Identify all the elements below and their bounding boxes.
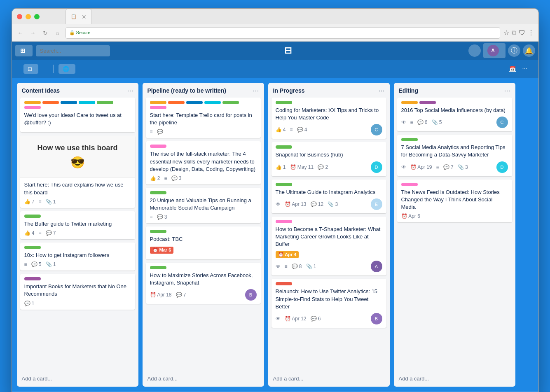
card-labels (276, 145, 382, 149)
list-menu-button-editing[interactable]: ··· (504, 87, 510, 94)
calendar-button[interactable]: 📅 (509, 66, 518, 72)
boards-icon: ⊞ (20, 47, 25, 54)
card-tweet-us[interactable]: We'd love your ideas! Care to tweet us a… (20, 98, 135, 132)
buffer-button[interactable]: ⊡ (23, 64, 38, 74)
add-button[interactable] (468, 44, 481, 57)
list-menu-button-in-progress[interactable]: ··· (378, 87, 384, 94)
card-preview-image: How we use this board😎 (20, 135, 135, 178)
shield-icon[interactable]: 🛡 (519, 29, 525, 37)
add-card-button-pipeline[interactable]: Add a card... (146, 374, 261, 383)
list-cards-content-ideas: We'd love your ideas! Care to tweet us a… (17, 98, 138, 371)
notifications-button[interactable]: 🔔 (523, 44, 535, 57)
add-card-button-in-progress[interactable]: Add a card... (271, 374, 386, 383)
browser-tab[interactable]: 📋 ✕ (66, 9, 92, 24)
meta-item-👍: 👍 2 (150, 175, 160, 181)
public-button[interactable]: 🌐 (59, 64, 75, 74)
label-blue (61, 101, 77, 104)
card-labels (24, 101, 131, 109)
card-how-we-use[interactable]: How we use this board😎Start here: This c… (20, 135, 135, 208)
star-button[interactable] (43, 67, 48, 70)
list-menu-button-pipeline[interactable]: ··· (253, 87, 259, 94)
card-twitter-analytics-relaunch[interactable]: Relaunch: How to Use Twitter Analytics: … (271, 279, 386, 328)
label-green (222, 101, 239, 104)
layers-icon[interactable]: ⧉ (512, 29, 516, 37)
label-pink (276, 220, 292, 223)
list-cards-pipeline: Start here: Template Trello card for pos… (143, 98, 264, 371)
buffer-icon: ⊡ (28, 66, 32, 72)
card-title: Podcast: TBC (150, 236, 257, 243)
card-labels (150, 145, 257, 148)
user-menu-button[interactable]: A (483, 43, 506, 58)
card-labels (276, 101, 382, 104)
card-maximize-stories[interactable]: How to Maximize Stories Across Facebook,… (146, 263, 261, 304)
card-description: Start here: This card explains how we us… (24, 181, 131, 196)
meta-item-📎: 📎 1 (46, 261, 56, 267)
maximize-window-button[interactable] (34, 14, 40, 19)
forward-button[interactable]: → (28, 28, 37, 37)
meta-item-👁: 👁 (276, 316, 281, 322)
add-card-button-editing[interactable]: Add a card... (397, 374, 512, 383)
meta-item-⏰: ⏰ Apr 13 (285, 201, 307, 207)
info-button[interactable]: ⓘ (508, 44, 520, 57)
browser-action-icons: ☆ ⧉ 🛡 ⋮ (503, 29, 534, 37)
card-important-books[interactable]: Important Books for Marketers that No On… (20, 274, 135, 309)
add-card-button-content-ideas[interactable]: Add a card... (20, 374, 135, 383)
meta-item-👍: 👍 1 (276, 164, 286, 170)
label-pink (150, 145, 166, 148)
list-title-pipeline: Pipeline (ready to be written) (147, 87, 226, 94)
card-instagram-followers[interactable]: 10x: How to get Instagram followers≡💬 5📎… (20, 243, 135, 271)
meta-item-≡: ≡ (150, 129, 153, 135)
list-content-ideas: Content Ideas···We'd love your ideas! Ca… (17, 83, 138, 387)
card-t-shaped-marketer[interactable]: How to Become a T-Shaped Marketer: What … (271, 217, 386, 276)
bookmark-icon[interactable]: ☆ (503, 29, 509, 37)
home-button[interactable]: ⌂ (53, 28, 62, 37)
close-window-button[interactable] (17, 14, 22, 19)
card-instagram-analytics[interactable]: The Ultimate Guide to Instagram Analytic… (271, 180, 386, 213)
card-title: 10x: How to get Instagram followers (24, 252, 131, 259)
meta-item-≡: ≡ (410, 119, 413, 125)
list-menu-button-content-ideas[interactable]: ··· (127, 87, 133, 94)
card-meta: ≡💬 (150, 129, 257, 135)
meta-item-📎: 📎 1 (306, 264, 316, 269)
label-green (24, 215, 41, 218)
card-template-card[interactable]: Start here: Template Trello card for pos… (146, 98, 261, 138)
list-footer-editing: Add a card... (394, 371, 515, 387)
info-icon: ⓘ (511, 47, 517, 55)
minimize-window-button[interactable] (26, 14, 31, 19)
secure-badge: 🔒 Secure (69, 30, 91, 35)
back-button[interactable]: ← (16, 28, 25, 37)
boards-button[interactable]: ⊞ (15, 45, 33, 56)
label-orange (42, 101, 59, 104)
label-purple (419, 101, 436, 104)
card-coding-marketers[interactable]: Coding for Marketers: XX Tips and Tricks… (271, 98, 386, 139)
card-title: The Buffer guide to Twitter marketing (24, 220, 131, 228)
card-meta: 👁≡💬 8📎 1A (276, 261, 382, 272)
card-buffer-twitter[interactable]: The Buffer guide to Twitter marketing👍 4… (20, 211, 135, 239)
card-podcast-tbc[interactable]: Podcast: TBC⏰ Mar 6 (146, 226, 261, 259)
meta-item-≡: ≡ (285, 264, 288, 269)
list-title-in-progress: In Progress (273, 87, 305, 94)
card-labels (276, 220, 382, 223)
card-full-stack-marketer[interactable]: The rise of the full-stack marketer: The… (146, 141, 261, 184)
list-title-editing: Editing (399, 87, 418, 94)
card-title: Coding for Marketers: XX Tips and Tricks… (276, 107, 382, 121)
meta-item-≡: ≡ (24, 261, 27, 267)
card-labels (24, 277, 131, 280)
list-cards-editing: 2016 Top Social Media Influencers (by da… (394, 98, 515, 371)
meta-item-💬: 💬 3 (157, 214, 167, 220)
card-social-analytics-7[interactable]: 7 Social Media Analytics and Reporting T… (397, 135, 512, 176)
card-meta: 👍 7≡📎 1 (24, 199, 131, 205)
card-snapchat-business[interactable]: Snapchat for Business (hub)👍 1⏰ May 11💬 … (271, 142, 386, 176)
meta-item-≡: ≡ (436, 164, 439, 170)
more-icon[interactable]: ⋮ (528, 29, 534, 37)
card-social-media-campaign[interactable]: 20 Unique and Valuable Tips on Running a… (146, 188, 261, 223)
card-news-feed-outdated[interactable]: The News Feed is Outdated: How Stories C… (397, 180, 512, 223)
list-header-in-progress: In Progress··· (268, 83, 390, 98)
mac-titlebar: 📋 ✕ (12, 9, 538, 24)
search-input[interactable] (36, 45, 110, 56)
reload-button[interactable]: ↻ (41, 28, 50, 37)
tab-close-button[interactable]: ✕ (82, 14, 87, 20)
card-title: Important Books for Marketers that No On… (24, 283, 131, 298)
card-social-influencers[interactable]: 2016 Top Social Media Influencers (by da… (397, 98, 512, 131)
address-bar[interactable]: 🔒 Secure (66, 27, 500, 39)
